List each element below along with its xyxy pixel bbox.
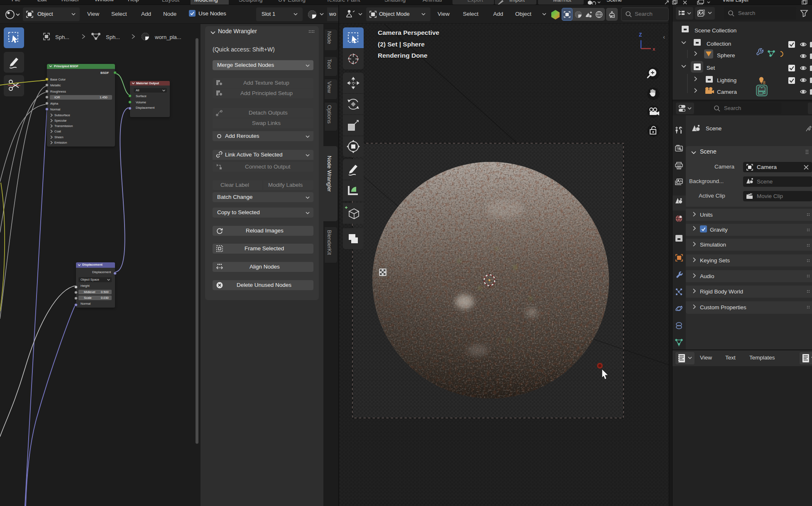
svg-text:Set: Set [707,65,715,71]
svg-text:Collection: Collection [707,41,731,47]
svg-text:Z: Z [639,32,642,38]
svg-text:Camera: Camera [717,89,737,95]
svg-text:x: x [653,46,655,51]
svg-text:Sphere: Sphere [717,52,735,59]
svg-text:Lighting: Lighting [717,77,736,83]
svg-text:8: 8 [763,81,766,85]
svg-text:Scene Collection: Scene Collection [695,27,736,34]
